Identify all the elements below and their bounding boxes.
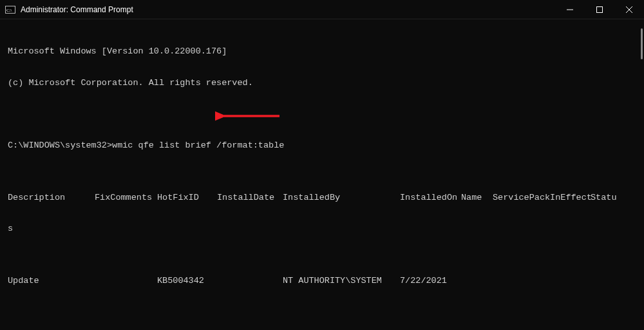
banner-copyright: (c) Microsoft Corporation. All rights re…	[8, 78, 636, 88]
window-title: Administrator: Command Prompt	[21, 5, 555, 14]
prompt-command: wmic qfe list brief /format:table	[112, 141, 284, 150]
maximize-button[interactable]	[585, 0, 614, 19]
col-installdate: InstallDate	[217, 193, 283, 203]
window-controls	[555, 0, 644, 19]
banner-version: Microsoft Windows [Version 10.0.22000.17…	[8, 46, 636, 57]
terminal-output[interactable]: Microsoft Windows [Version 10.0.22000.17…	[0, 19, 644, 330]
cmd-icon: C:\	[5, 5, 15, 14]
cell-description: Update	[8, 276, 95, 286]
col-name: Name	[461, 193, 493, 203]
col-spineffect: ServicePackInEffect	[493, 193, 591, 203]
col-description: Description	[8, 193, 95, 203]
cell-installedby: NT AUTHORITY\SYSTEM	[283, 276, 400, 286]
svg-text:C:\: C:\	[6, 7, 12, 12]
cell-installedon: 7/22/2021	[400, 276, 461, 286]
prompt-line-1: C:\WINDOWS\system32>wmic qfe list brief …	[8, 141, 636, 151]
header-wrap-status: s	[8, 224, 636, 234]
col-status: Statu	[591, 193, 617, 203]
minimize-button[interactable]	[555, 0, 585, 19]
svg-rect-3	[597, 7, 603, 13]
col-installedon: InstalledOn	[400, 193, 461, 203]
table-header-row: Description FixComments HotFixID Install…	[8, 193, 636, 203]
cell-hotfixid: KB5004342	[157, 276, 217, 286]
titlebar: C:\ Administrator: Command Prompt	[0, 0, 644, 19]
table-row: Update KB5004342 NT AUTHORITY\SYSTEM 7/2…	[8, 276, 636, 286]
col-installedby: InstalledBy	[283, 193, 400, 203]
prompt-path: C:\WINDOWS\system32>	[8, 141, 112, 150]
scrollbar-track[interactable]	[635, 19, 644, 330]
col-fixcomments: FixComments	[95, 193, 157, 203]
close-button[interactable]	[614, 0, 644, 19]
col-hotfixid: HotFixID	[157, 193, 217, 203]
scrollbar-thumb[interactable]	[641, 28, 643, 59]
